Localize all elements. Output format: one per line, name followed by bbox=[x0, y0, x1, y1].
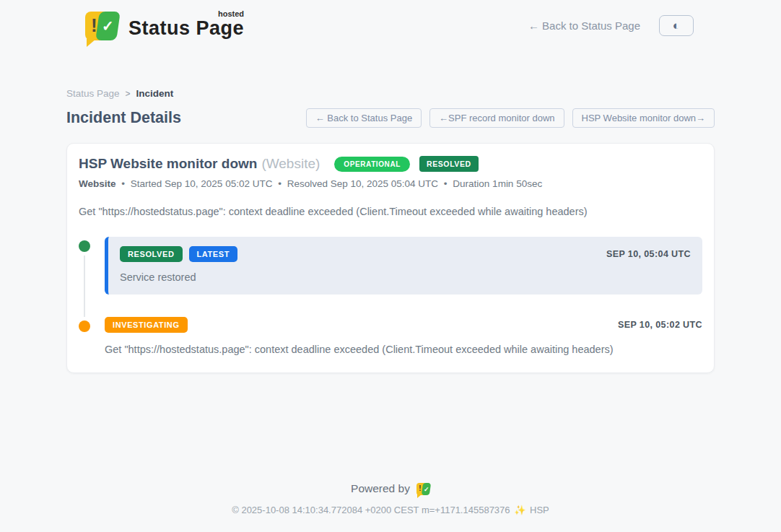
resolved-badge: RESOLVED bbox=[419, 156, 479, 172]
prev-incident-button[interactable]: ←SPF record monitor down bbox=[429, 108, 564, 128]
back-to-status-page-link[interactable]: ← Back to Status Page bbox=[528, 19, 640, 32]
page-title: Incident Details bbox=[66, 109, 181, 127]
status-page-logo-icon: ✓ ! bbox=[85, 12, 118, 40]
incident-timeline: RESOLVED LATEST SEP 10, 05:04 UTC Servic… bbox=[79, 237, 702, 355]
check-icon: ✓ bbox=[102, 17, 114, 35]
meta-separator: • bbox=[278, 178, 282, 189]
copyright-line: © 2025-10-08 14:10:34.772084 +0200 CEST … bbox=[0, 505, 781, 515]
breadcrumb: Status Page > Incident bbox=[66, 88, 715, 99]
incident-component: (Website) bbox=[261, 156, 320, 172]
logo-title: Status Page bbox=[128, 17, 244, 40]
timeline-badge-latest: LATEST bbox=[189, 246, 238, 262]
powered-by-label: Powered by bbox=[351, 482, 410, 495]
theme-toggle-button[interactable]: ◐ bbox=[659, 15, 694, 36]
breadcrumb-separator: > bbox=[126, 89, 131, 99]
operational-badge: OPERATIONAL bbox=[334, 157, 410, 172]
powered-by-link[interactable]: Powered by ✓ ! bbox=[351, 482, 430, 495]
meta-resolved: Resolved Sep 10, 2025 05:04 UTC bbox=[287, 178, 438, 189]
copyright-text: © 2025-10-08 14:10:34.772084 +0200 CEST … bbox=[232, 505, 510, 515]
incident-title: HSP Website monitor down bbox=[79, 156, 257, 172]
incident-meta: Website • Started Sep 10, 2025 05:02 UTC… bbox=[79, 178, 702, 189]
timeline-message: Get "https://hostedstatus.page": context… bbox=[105, 344, 702, 355]
meta-separator: • bbox=[444, 178, 448, 189]
exclamation-icon: ! bbox=[91, 14, 97, 37]
incident-card: HSP Website monitor down (Website) OPERA… bbox=[66, 143, 715, 373]
breadcrumb-status-page[interactable]: Status Page bbox=[66, 88, 120, 99]
half-circle-icon: ◐ bbox=[673, 19, 680, 32]
timeline-entry: RESOLVED LATEST SEP 10, 05:04 UTC Servic… bbox=[79, 237, 702, 317]
timeline-dot-resolved bbox=[79, 240, 90, 252]
timeline-update-box: RESOLVED LATEST SEP 10, 05:04 UTC Servic… bbox=[105, 237, 702, 295]
timeline-dot-investigating bbox=[79, 320, 90, 332]
next-incident-button[interactable]: HSP Website monitor down→ bbox=[572, 108, 715, 128]
breadcrumb-incident: Incident bbox=[136, 88, 174, 99]
timeline-entry: INVESTIGATING SEP 10, 05:02 UTC Get "htt… bbox=[79, 317, 702, 355]
timeline-message: Service restored bbox=[120, 271, 691, 283]
incident-nav-buttons: ← Back to Status Page ←SPF record monito… bbox=[306, 108, 715, 128]
main-content: Status Page > Incident Incident Details … bbox=[66, 88, 715, 373]
timeline-timestamp: SEP 10, 05:04 UTC bbox=[606, 249, 691, 259]
meta-component: Website bbox=[79, 178, 116, 189]
check-icon: ✓ bbox=[423, 485, 429, 492]
timeline-connector-line bbox=[84, 256, 85, 317]
timeline-badge-resolved: RESOLVED bbox=[120, 246, 183, 262]
meta-duration: Duration 1min 50sec bbox=[453, 178, 542, 189]
meta-started: Started Sep 10, 2025 05:02 UTC bbox=[131, 178, 273, 189]
exclamation-icon: ! bbox=[419, 484, 422, 492]
meta-separator: • bbox=[121, 178, 125, 189]
status-page-mini-logo-icon: ✓ ! bbox=[416, 483, 430, 495]
back-to-status-page-button[interactable]: ← Back to Status Page bbox=[306, 108, 422, 128]
copyright-brand: HSP bbox=[530, 505, 549, 515]
sparkles-icon: ✨ bbox=[514, 505, 525, 515]
timeline-badge-investigating: INVESTIGATING bbox=[105, 317, 188, 333]
timeline-timestamp: SEP 10, 05:02 UTC bbox=[618, 320, 702, 330]
incident-description: Get "https://hostedstatus.page": context… bbox=[79, 206, 702, 217]
header: ✓ ! hosted Status Page ← Back to Status … bbox=[0, 0, 781, 40]
app-logo[interactable]: ✓ ! hosted Status Page bbox=[85, 10, 244, 40]
footer: Powered by ✓ ! © 2025-10-08 14:10:34.772… bbox=[0, 482, 781, 515]
